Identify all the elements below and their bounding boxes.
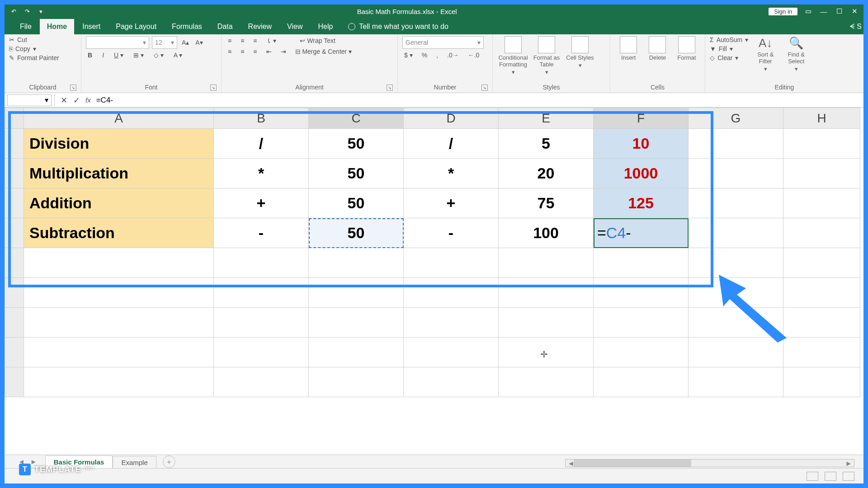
- cell-h3[interactable]: [783, 188, 860, 218]
- select-all-corner[interactable]: [5, 108, 24, 129]
- format-as-table-button[interactable]: Format as Table ▾: [531, 36, 562, 75]
- fill-button[interactable]: ▼Fill ▾: [710, 45, 748, 52]
- tab-review[interactable]: Review: [241, 19, 279, 34]
- decrease-indent-icon[interactable]: ⇤: [264, 47, 274, 56]
- format-cells-button[interactable]: Format: [673, 36, 700, 61]
- cell-f4-editing[interactable]: =C4-: [594, 218, 689, 248]
- cell-styles-button[interactable]: Cell Styles ▾: [564, 36, 596, 69]
- column-header-h[interactable]: H: [783, 108, 860, 129]
- cell-c2[interactable]: 50: [309, 159, 404, 188]
- bold-button[interactable]: B: [86, 51, 94, 60]
- cell-c3[interactable]: 50: [309, 188, 404, 218]
- maximize-button[interactable]: ☐: [835, 7, 844, 15]
- cell-f1[interactable]: 10: [594, 129, 689, 159]
- ribbon-display-icon[interactable]: ▭: [804, 7, 813, 15]
- cell-g4[interactable]: [689, 218, 783, 248]
- tab-file[interactable]: File: [13, 19, 39, 34]
- align-middle-icon[interactable]: ≡: [239, 36, 246, 45]
- font-color-button[interactable]: A ▾: [172, 51, 184, 60]
- row-header[interactable]: [5, 159, 24, 188]
- column-header-b[interactable]: B: [214, 108, 309, 129]
- row-header[interactable]: [5, 129, 24, 159]
- accounting-icon[interactable]: $ ▾: [402, 51, 415, 60]
- cell-c1[interactable]: 50: [309, 129, 404, 159]
- sheet-tab-example[interactable]: Example: [113, 456, 156, 469]
- insert-function-button[interactable]: fx: [83, 96, 94, 104]
- cell-b3[interactable]: +: [214, 188, 309, 218]
- cell-e3[interactable]: 75: [499, 188, 594, 218]
- cell-g3[interactable]: [689, 188, 783, 218]
- cell-a1[interactable]: Division: [24, 129, 214, 159]
- format-painter-button[interactable]: ✎Format Painter: [9, 54, 59, 61]
- decrease-decimal-icon[interactable]: ←.0: [466, 51, 481, 60]
- column-header-g[interactable]: G: [689, 108, 783, 129]
- increase-indent-icon[interactable]: ⇥: [279, 47, 288, 56]
- percent-icon[interactable]: %: [420, 51, 429, 60]
- cell-d2[interactable]: *: [404, 159, 499, 188]
- delete-cells-button[interactable]: Delete: [644, 36, 671, 61]
- alignment-launcher-icon[interactable]: ↘: [387, 84, 393, 91]
- horizontal-scrollbar[interactable]: ◄ ►: [565, 459, 854, 467]
- comma-icon[interactable]: ,: [434, 51, 440, 60]
- copy-button[interactable]: ⎘Copy ▾: [9, 45, 59, 52]
- clear-button[interactable]: ◇Clear ▾: [710, 54, 748, 61]
- sign-in-button[interactable]: Sign in: [769, 8, 797, 15]
- clipboard-launcher-icon[interactable]: ↘: [70, 84, 76, 91]
- tab-data[interactable]: Data: [210, 19, 240, 34]
- name-box[interactable]: ▾: [7, 94, 52, 106]
- cut-button[interactable]: ✂Cut: [9, 36, 59, 43]
- tell-me-search[interactable]: Tell me what you want to do: [341, 19, 455, 34]
- autosum-button[interactable]: ΣAutoSum ▾: [710, 36, 748, 43]
- border-button[interactable]: ⊞ ▾: [132, 51, 146, 60]
- tab-view[interactable]: View: [280, 19, 310, 34]
- tab-help[interactable]: Help: [311, 19, 340, 34]
- insert-cells-button[interactable]: Insert: [615, 36, 642, 61]
- column-header-f[interactable]: F: [594, 108, 689, 129]
- formula-input[interactable]: =C4-: [94, 96, 863, 105]
- cell-a4[interactable]: Subtraction: [24, 218, 214, 248]
- decrease-font-icon[interactable]: A▾: [193, 38, 204, 47]
- cell-a3[interactable]: Addition: [24, 188, 214, 218]
- cell-e4[interactable]: 100: [499, 218, 594, 248]
- align-bottom-icon[interactable]: ≡: [251, 36, 259, 45]
- cancel-formula-button[interactable]: ✕: [57, 95, 70, 105]
- tab-insert[interactable]: Insert: [75, 19, 108, 34]
- cell-e2[interactable]: 20: [499, 159, 594, 188]
- cell-b1[interactable]: /: [214, 129, 309, 159]
- italic-button[interactable]: I: [100, 51, 106, 60]
- scrollbar-thumb[interactable]: [574, 460, 691, 467]
- spreadsheet-grid[interactable]: A B C D E F G H Division / 50 / 5 10: [5, 108, 860, 397]
- cell-f2[interactable]: 1000: [594, 159, 689, 188]
- close-button[interactable]: ✕: [850, 7, 859, 15]
- new-sheet-button[interactable]: +: [163, 455, 175, 468]
- increase-font-icon[interactable]: A▴: [180, 38, 191, 47]
- find-select-button[interactable]: 🔍Find & Select ▾: [783, 36, 810, 72]
- cell-h2[interactable]: [783, 159, 860, 188]
- cell-g1[interactable]: [689, 129, 783, 159]
- align-left-icon[interactable]: ≡: [226, 47, 233, 56]
- underline-button[interactable]: U ▾: [112, 51, 125, 60]
- tab-page-layout[interactable]: Page Layout: [108, 19, 164, 34]
- row-header[interactable]: [5, 218, 24, 248]
- font-family-dropdown[interactable]: ▾: [86, 36, 149, 49]
- cell-h4[interactable]: [783, 218, 860, 248]
- tab-home[interactable]: Home: [40, 19, 74, 34]
- cell-e1[interactable]: 5: [499, 129, 594, 159]
- cell-g2[interactable]: [689, 159, 783, 188]
- cell-d4[interactable]: -: [404, 218, 499, 248]
- increase-decimal-icon[interactable]: .0→: [445, 51, 461, 60]
- number-launcher-icon[interactable]: ↘: [481, 84, 488, 91]
- sort-filter-button[interactable]: A↓Sort & Filter ▾: [752, 36, 779, 72]
- orientation-icon[interactable]: ⤹ ▾: [264, 36, 278, 45]
- tab-formulas[interactable]: Formulas: [165, 19, 209, 34]
- cell-c4[interactable]: 50: [309, 218, 404, 248]
- undo-button[interactable]: ↶: [9, 7, 18, 16]
- redo-button[interactable]: ↷: [23, 7, 32, 16]
- page-layout-view-icon[interactable]: [825, 472, 836, 481]
- cell-h1[interactable]: [783, 129, 860, 159]
- align-center-icon[interactable]: ≡: [239, 47, 246, 56]
- conditional-formatting-button[interactable]: Conditional Formatting ▾: [497, 36, 529, 75]
- accept-formula-button[interactable]: ✓: [70, 95, 83, 105]
- cell-d1[interactable]: /: [404, 129, 499, 159]
- qat-dropdown[interactable]: ▾: [36, 7, 45, 16]
